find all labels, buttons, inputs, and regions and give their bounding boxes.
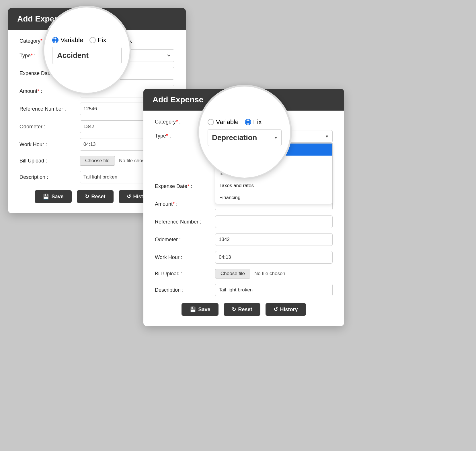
odometer-row-2: Odometer : xyxy=(155,233,333,246)
work-hour-row-2: Work Hour : xyxy=(155,251,333,264)
reset-button-1[interactable]: ↻ Reset xyxy=(77,190,114,203)
circle1-radio-group: Variable Fix xyxy=(52,36,106,44)
circle1-radio-fix-circle xyxy=(89,37,96,43)
reset-icon-1: ↻ xyxy=(85,193,89,200)
dropdown-item-taxes[interactable]: Taxes and rates xyxy=(215,180,332,192)
work-hour-label-2: Work Hour : xyxy=(155,254,215,260)
reference-input-2[interactable] xyxy=(215,215,333,228)
no-file-text-2: No file chosen xyxy=(254,271,285,277)
description-input-2[interactable] xyxy=(215,284,333,296)
bill-upload-row-2: Bill Upload : Choose file No file chosen xyxy=(155,269,333,279)
description-label-2: Description : xyxy=(155,287,215,293)
expense-date-label-2: Expense Date* : xyxy=(155,183,215,189)
circle1-radio-row: Variable Fix xyxy=(52,36,122,44)
card2-title: Add Expense xyxy=(153,95,203,104)
amount-label-2: Amount* : xyxy=(155,201,215,207)
circle1-radio-fix[interactable]: Fix xyxy=(89,36,106,44)
dropdown-item-financing[interactable]: Financing xyxy=(215,192,332,204)
reference-row-2: Reference Number : xyxy=(155,215,333,228)
circle2-arrow-icon: ▼ xyxy=(274,135,278,140)
magnify-circle-2: Variable Fix Depreciation ▼ xyxy=(197,85,292,179)
choose-file-button-2[interactable]: Choose file xyxy=(215,269,250,279)
odometer-input-2[interactable] xyxy=(215,233,333,246)
circle1-dropdown-display: Accident xyxy=(52,47,122,64)
save-button-1[interactable]: 💾 Save xyxy=(35,190,71,203)
save-icon-2: 💾 xyxy=(190,306,196,313)
circle2-radio-group: Variable Fix xyxy=(208,118,262,126)
dropdown-arrow-icon-2: ▼ xyxy=(325,134,329,139)
reference-label-2: Reference Number : xyxy=(155,219,215,225)
reset-button-2[interactable]: ↻ Reset xyxy=(224,303,260,316)
circle2-radio-variable[interactable]: Variable xyxy=(208,118,239,126)
circle2-radio-row: Variable Fix xyxy=(208,118,282,126)
work-hour-label-1: Work Hour : xyxy=(19,142,80,148)
circle2-radio-variable-circle xyxy=(208,119,214,125)
circle1-radio-variable[interactable]: Variable xyxy=(52,36,83,44)
action-buttons-2: 💾 Save ↻ Reset ↺ History xyxy=(155,303,333,316)
description-label-1: Description : xyxy=(19,174,80,180)
circle2-radio-fix[interactable]: Fix xyxy=(245,118,262,126)
reference-label-1: Reference Number : xyxy=(19,106,80,112)
magnify-circle-1: Variable Fix Accident xyxy=(42,6,131,95)
reset-icon-2: ↻ xyxy=(232,306,236,313)
odometer-label-2: Odometer : xyxy=(155,237,215,243)
save-button-2[interactable]: 💾 Save xyxy=(182,303,218,316)
file-upload-group-1: Choose file No file chosen xyxy=(80,156,150,166)
bill-upload-label-2: Bill Upload : xyxy=(155,271,215,277)
work-hour-input-2[interactable] xyxy=(215,251,333,264)
description-row-2: Description : xyxy=(155,284,333,296)
choose-file-button-1[interactable]: Choose file xyxy=(80,156,115,166)
save-icon-1: 💾 xyxy=(43,193,49,200)
circle2-radio-fix-circle xyxy=(245,119,251,125)
odometer-label-1: Odometer : xyxy=(19,124,80,130)
bill-upload-label-1: Bill Upload : xyxy=(19,158,80,164)
circle2-dropdown-display: Depreciation ▼ xyxy=(208,129,282,146)
history-icon-2: ↺ xyxy=(274,306,278,313)
history-icon-1: ↺ xyxy=(127,193,131,200)
history-button-2[interactable]: ↺ History xyxy=(266,303,306,316)
file-upload-group-2: Choose file No file chosen xyxy=(215,269,285,279)
circle1-radio-variable-circle xyxy=(52,37,58,43)
